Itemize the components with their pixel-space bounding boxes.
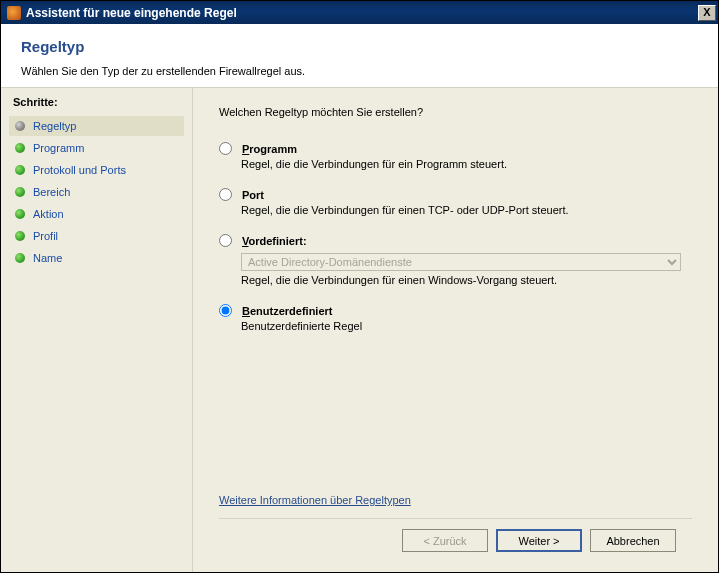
steps-sidebar: Schritte: Regeltyp Programm Protokoll un…	[1, 88, 193, 572]
wizard-footer: < Zurück Weiter > Abbrechen	[219, 518, 692, 562]
step-label: Aktion	[33, 208, 64, 220]
page-subtitle: Wählen Sie den Typ der zu erstellenden F…	[21, 65, 698, 77]
step-bullet-icon	[15, 253, 25, 263]
radio-vordefiniert[interactable]	[219, 234, 232, 247]
step-bullet-icon	[15, 165, 25, 175]
option-programm-desc: Regel, die die Verbindungen für ein Prog…	[241, 158, 692, 170]
step-aktion[interactable]: Aktion	[9, 204, 184, 224]
option-benutzerdefiniert-desc: Benutzerdefinierte Regel	[241, 320, 692, 332]
option-port: Port Regel, die die Verbindungen für ein…	[219, 188, 692, 216]
option-programm-label: Programm	[242, 143, 297, 155]
option-programm: Programm Regel, die die Verbindungen für…	[219, 142, 692, 170]
option-vordefiniert-label: Vordefiniert:	[242, 235, 307, 247]
radio-benutzerdefiniert[interactable]	[219, 304, 232, 317]
option-vordefiniert-row[interactable]: Vordefiniert:	[219, 234, 692, 247]
option-benutzerdefiniert-label: Benutzerdefiniert	[242, 305, 332, 317]
option-benutzerdefiniert: Benutzerdefiniert Benutzerdefinierte Reg…	[219, 304, 692, 332]
step-name[interactable]: Name	[9, 248, 184, 268]
page-title: Regeltyp	[21, 38, 698, 55]
step-programm[interactable]: Programm	[9, 138, 184, 158]
step-bullet-icon	[15, 121, 25, 131]
step-profil[interactable]: Profil	[9, 226, 184, 246]
step-label: Name	[33, 252, 62, 264]
step-label: Regeltyp	[33, 120, 76, 132]
step-bullet-icon	[15, 187, 25, 197]
next-button[interactable]: Weiter >	[496, 529, 582, 552]
step-bereich[interactable]: Bereich	[9, 182, 184, 202]
option-vordefiniert-desc: Regel, die die Verbindungen für einen Wi…	[241, 274, 692, 286]
option-vordefiniert: Vordefiniert: Active Directory-Domänendi…	[219, 234, 692, 286]
radio-programm[interactable]	[219, 142, 232, 155]
option-port-row[interactable]: Port	[219, 188, 692, 201]
steps-heading: Schritte:	[9, 96, 184, 108]
option-programm-row[interactable]: Programm	[219, 142, 692, 155]
predefined-select[interactable]: Active Directory-Domänendienste	[241, 253, 681, 271]
main-panel: Welchen Regeltyp möchten Sie erstellen? …	[193, 88, 718, 572]
step-bullet-icon	[15, 143, 25, 153]
step-label: Protokoll und Ports	[33, 164, 126, 176]
option-benutzerdefiniert-row[interactable]: Benutzerdefiniert	[219, 304, 692, 317]
step-regeltyp[interactable]: Regeltyp	[9, 116, 184, 136]
header-pane: Regeltyp Wählen Sie den Typ der zu erste…	[1, 24, 718, 88]
step-label: Profil	[33, 230, 58, 242]
step-bullet-icon	[15, 231, 25, 241]
question-text: Welchen Regeltyp möchten Sie erstellen?	[219, 106, 692, 118]
window-title: Assistent für neue eingehende Regel	[26, 6, 237, 20]
option-port-label: Port	[242, 189, 264, 201]
step-label: Programm	[33, 142, 84, 154]
more-info-link[interactable]: Weitere Informationen über Regeltypen	[219, 494, 692, 506]
step-protokoll-und-ports[interactable]: Protokoll und Ports	[9, 160, 184, 180]
step-label: Bereich	[33, 186, 70, 198]
window-body: Regeltyp Wählen Sie den Typ der zu erste…	[0, 24, 719, 573]
app-icon	[7, 6, 21, 20]
step-bullet-icon	[15, 209, 25, 219]
back-button[interactable]: < Zurück	[402, 529, 488, 552]
titlebar: Assistent für neue eingehende Regel X	[0, 0, 719, 24]
close-button[interactable]: X	[698, 5, 716, 21]
cancel-button[interactable]: Abbrechen	[590, 529, 676, 552]
radio-port[interactable]	[219, 188, 232, 201]
option-port-desc: Regel, die die Verbindungen für einen TC…	[241, 204, 692, 216]
rule-type-options: Programm Regel, die die Verbindungen für…	[219, 142, 692, 350]
